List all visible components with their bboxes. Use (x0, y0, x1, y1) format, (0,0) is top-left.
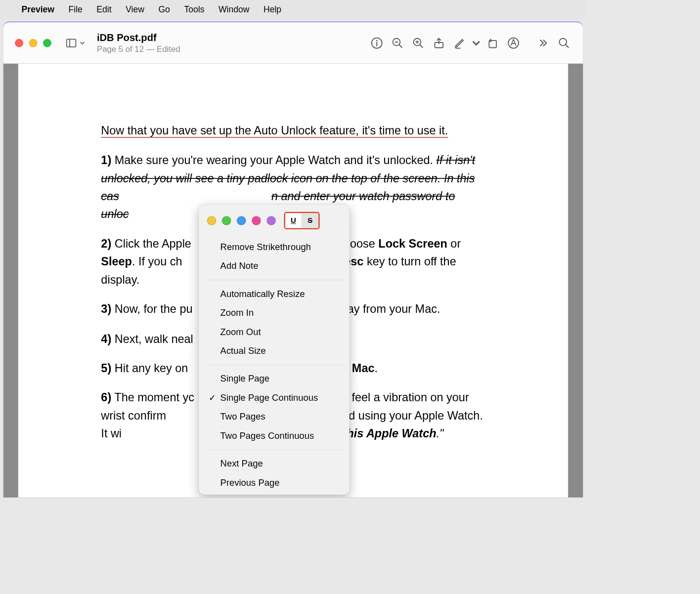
share-icon[interactable] (430, 34, 448, 52)
menu-view[interactable]: View (126, 4, 144, 14)
file-name: iDB Post.pdf (97, 32, 180, 43)
step-4-num: 4) (101, 332, 111, 345)
left-gutter (3, 64, 18, 498)
step-3-num: 3) (101, 302, 111, 315)
app-menu[interactable]: Preview (22, 4, 54, 14)
highlight-color-green[interactable] (222, 216, 231, 225)
menu-two-pages[interactable]: Two Pages (199, 407, 350, 426)
step-2-num: 2) (101, 237, 111, 250)
menu-single-page-continuous[interactable]: Single Page Continuous (199, 388, 350, 408)
right-gutter (568, 64, 583, 498)
context-menu: U S Remove Strikethrough Add Note Automa… (199, 205, 350, 495)
menu-previous-page[interactable]: Previous Page (199, 473, 350, 492)
minimize-window-button[interactable] (29, 39, 38, 47)
svg-rect-0 (67, 39, 76, 47)
menu-file[interactable]: File (69, 4, 83, 14)
toolbar: iDB Post.pdf Page 5 of 12 — Edited (3, 22, 583, 64)
menu-add-note[interactable]: Add Note (199, 256, 350, 276)
highlight-color-purple[interactable] (266, 216, 275, 225)
zoom-in-icon[interactable] (409, 34, 427, 52)
svg-point-3 (376, 40, 378, 42)
highlight-icon[interactable] (450, 34, 469, 52)
lead-sentence: Now that you have set up the Auto Unlock… (101, 124, 448, 138)
menu-auto-resize[interactable]: Automatically Resize (199, 284, 350, 303)
step-1-num: 1) (101, 154, 111, 167)
highlight-color-yellow[interactable] (207, 216, 216, 225)
menu-go[interactable]: Go (158, 4, 170, 14)
info-icon[interactable] (368, 34, 386, 52)
step-1-text: Make sure you're wearing your Apple Watc… (111, 154, 436, 167)
highlight-color-blue[interactable] (237, 216, 246, 225)
toolbar-overflow (525, 36, 532, 49)
underline-strike-group: U S (284, 212, 320, 229)
menu-window[interactable]: Window (219, 4, 250, 14)
menu-tools[interactable]: Tools (184, 4, 204, 14)
sidebar-toggle-button[interactable] (65, 37, 85, 48)
menu-zoom-in[interactable]: Zoom In (199, 303, 350, 323)
svg-point-16 (559, 38, 567, 45)
rotate-icon[interactable] (483, 34, 502, 52)
svg-line-17 (566, 44, 569, 47)
search-icon[interactable] (555, 34, 573, 52)
menu-zoom-out[interactable]: Zoom Out (199, 322, 350, 341)
highlight-color-pink[interactable] (252, 216, 261, 225)
zoom-window-button[interactable] (43, 39, 51, 47)
svg-rect-4 (376, 42, 377, 46)
menu-two-pages-continuous[interactable]: Two Pages Continuous (199, 426, 350, 446)
highlight-color-row: U S (199, 205, 350, 235)
menu-next-page[interactable]: Next Page (199, 454, 350, 473)
document-title: iDB Post.pdf Page 5 of 12 — Edited (97, 32, 180, 53)
menu-edit[interactable]: Edit (96, 4, 111, 14)
svg-line-6 (399, 44, 402, 47)
step-5-num: 5) (101, 362, 111, 375)
markup-icon[interactable] (504, 34, 523, 52)
svg-line-9 (420, 44, 423, 47)
menu-actual-size[interactable]: Actual Size (199, 341, 350, 361)
highlight-chevron-icon[interactable] (471, 34, 481, 52)
strikethrough-button[interactable]: S (302, 213, 319, 228)
menu-help[interactable]: Help (263, 4, 281, 14)
underline-button[interactable]: U (285, 213, 302, 228)
menu-remove-strikethrough[interactable]: Remove Strikethrough (199, 238, 350, 257)
step-6-num: 6) (101, 391, 111, 404)
window-controls (15, 39, 51, 47)
zoom-out-icon[interactable] (388, 34, 406, 52)
overflow-icon[interactable] (534, 34, 553, 52)
menu-single-page[interactable]: Single Page (199, 369, 350, 388)
page-status: Page 5 of 12 — Edited (97, 44, 180, 54)
close-window-button[interactable] (15, 39, 23, 47)
menubar: Preview File Edit View Go Tools Window H… (0, 0, 586, 19)
